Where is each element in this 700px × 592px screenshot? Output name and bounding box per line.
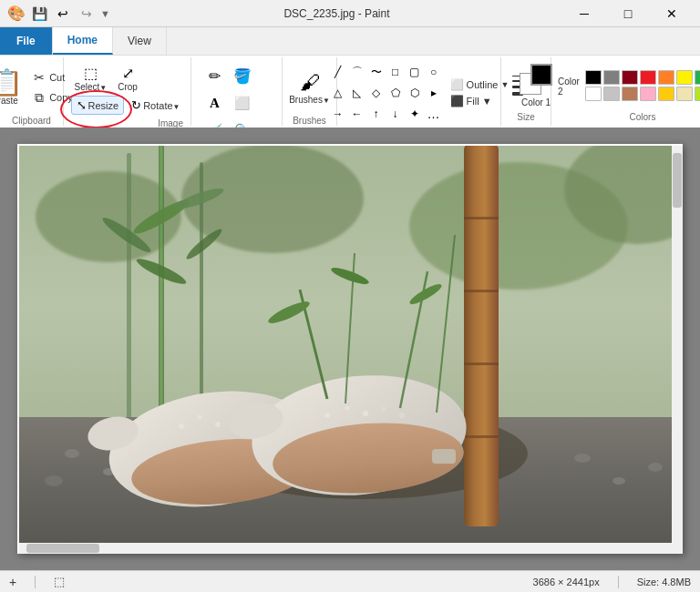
size-group-label: Size bbox=[517, 112, 534, 124]
canvas-area bbox=[0, 128, 700, 570]
svg-rect-59 bbox=[17, 144, 19, 554]
ribbon-tabs: File Home View bbox=[0, 27, 700, 55]
svg-point-43 bbox=[382, 407, 386, 412]
svg-rect-58 bbox=[17, 144, 683, 146]
app-icon: 🎨 bbox=[7, 5, 26, 22]
svg-rect-23 bbox=[464, 217, 499, 219]
svg-point-42 bbox=[363, 411, 368, 416]
svg-point-16 bbox=[45, 475, 63, 486]
shape-ellipse[interactable]: ○ bbox=[423, 63, 445, 81]
redo-quick-btn[interactable]: ↪ bbox=[77, 4, 97, 24]
svg-point-19 bbox=[612, 477, 625, 485]
svg-point-41 bbox=[345, 406, 350, 411]
color2-section: Color 2 bbox=[558, 75, 580, 97]
select-label: Select▼ bbox=[75, 82, 108, 92]
brushes-icon: 🖌 bbox=[300, 71, 320, 95]
color1-box[interactable] bbox=[530, 64, 552, 86]
status-new-icon[interactable]: + bbox=[9, 575, 16, 589]
paint-canvas[interactable] bbox=[17, 144, 683, 554]
svg-point-32 bbox=[215, 422, 221, 427]
crop-icon: ⤢ bbox=[122, 65, 134, 82]
paste-label: Paste bbox=[0, 96, 18, 106]
svg-rect-56 bbox=[17, 543, 672, 554]
svg-rect-46 bbox=[432, 449, 456, 464]
image-group: ⬚ Select▼ ⤢ Crop ⤡ Resize bbox=[64, 57, 191, 126]
resize-button[interactable]: ⤡ Resize bbox=[71, 96, 125, 115]
crop-button[interactable]: ⤢ Crop bbox=[114, 63, 141, 94]
rotate-icon: ↻ bbox=[131, 98, 141, 112]
save-quick-btn[interactable]: 💾 bbox=[29, 4, 49, 24]
palette-row-2 bbox=[585, 87, 700, 101]
svg-point-20 bbox=[648, 463, 663, 472]
color-swatch-16[interactable] bbox=[695, 87, 700, 101]
colors-group: Color 1 Color 2 Colors bbox=[551, 57, 700, 126]
select-icon: ⬚ bbox=[84, 65, 98, 82]
canvas-icon: ⬚ bbox=[54, 575, 65, 588]
crop-label: Crop bbox=[118, 82, 138, 92]
maximize-button[interactable]: □ bbox=[607, 0, 649, 27]
fill-label: Fill ▼ bbox=[467, 96, 492, 107]
color-swatch-6[interactable] bbox=[695, 70, 700, 85]
svg-point-31 bbox=[198, 415, 202, 420]
color-swatch-5[interactable] bbox=[676, 70, 693, 85]
tab-view[interactable]: View bbox=[113, 27, 167, 55]
color-swatch-15[interactable] bbox=[676, 87, 693, 101]
window-controls: ─ □ ✕ bbox=[563, 0, 693, 27]
close-button[interactable]: ✕ bbox=[651, 0, 693, 27]
shape-arrow-scroll[interactable]: ▸ bbox=[423, 84, 445, 102]
ribbon-content: 📋 Paste ✂ Cut ⧉ Copy Clipboard bbox=[0, 55, 700, 128]
svg-rect-5 bbox=[159, 144, 164, 435]
palette-row-1 bbox=[585, 70, 700, 85]
title-bar: 🎨 💾 ↩ ↪ ▼ DSC_2235.jpg - Paint ─ □ ✕ bbox=[0, 0, 700, 27]
svg-rect-25 bbox=[464, 362, 499, 365]
svg-point-18 bbox=[574, 454, 591, 463]
fill-bucket-button[interactable]: 🪣 bbox=[230, 63, 255, 88]
eraser-button[interactable]: ⬜ bbox=[230, 90, 255, 116]
status-size: Size: 4.8MB bbox=[637, 577, 691, 587]
svg-point-14 bbox=[65, 449, 79, 458]
shape-more[interactable]: … bbox=[423, 105, 445, 123]
shapes-group: ╱ ⌒ 〜 □ ▢ ○ △ ◺ ◇ ⬠ ⬡ ▸ bbox=[337, 57, 501, 126]
svg-rect-57 bbox=[26, 544, 99, 553]
status-bar: + ⬚ 3686 × 2441px Size: 4.8MB bbox=[0, 570, 700, 592]
cut-label: Cut bbox=[49, 72, 65, 83]
color-swatch-1[interactable] bbox=[603, 70, 620, 85]
svg-point-44 bbox=[399, 413, 405, 418]
color-swatch-10[interactable] bbox=[585, 87, 602, 101]
undo-quick-btn[interactable]: ↩ bbox=[53, 4, 73, 24]
rotate-button[interactable]: ↻ Rotate▼ bbox=[128, 97, 183, 114]
color-boxes bbox=[520, 64, 552, 95]
select-button[interactable]: ⬚ Select▼ bbox=[71, 63, 111, 94]
file-size-text: Size: 4.8MB bbox=[637, 577, 691, 587]
color-swatch-13[interactable] bbox=[640, 87, 656, 101]
color-swatch-12[interactable] bbox=[622, 87, 638, 101]
svg-rect-55 bbox=[673, 153, 682, 208]
minimize-button[interactable]: ─ bbox=[563, 0, 605, 27]
color-swatch-11[interactable] bbox=[603, 87, 620, 101]
color2-label: Color 2 bbox=[558, 77, 580, 97]
color-palette bbox=[585, 70, 700, 101]
color-swatch-3[interactable] bbox=[640, 70, 656, 85]
svg-rect-24 bbox=[464, 290, 499, 292]
text-button[interactable]: A bbox=[202, 90, 228, 116]
status-divider-2 bbox=[618, 576, 619, 588]
status-left: + bbox=[9, 575, 16, 589]
resize-icon: ⤡ bbox=[77, 98, 87, 112]
pencil-button[interactable]: ✏ bbox=[202, 63, 228, 88]
brushes-group-label: Brushes bbox=[293, 116, 326, 128]
clipboard-group: 📋 Paste ✂ Cut ⧉ Copy Clipboard bbox=[0, 57, 64, 126]
status-dimensions: 3686 × 2441px bbox=[533, 577, 600, 587]
fill-icon: ⬛ bbox=[450, 95, 464, 107]
color-swatch-4[interactable] bbox=[658, 70, 674, 85]
color-swatch-14[interactable] bbox=[658, 87, 674, 101]
status-divider-1 bbox=[35, 576, 36, 588]
dimensions-text: 3686 × 2441px bbox=[533, 577, 600, 587]
window-title: DSC_2235.jpg - Paint bbox=[116, 7, 558, 20]
paste-button[interactable]: 📋 Paste bbox=[0, 63, 26, 112]
color-swatch-0[interactable] bbox=[585, 70, 602, 85]
status-canvas-size: ⬚ bbox=[54, 575, 65, 588]
tools-group: ✏ 🪣 A ⬜ 💉 🔍 Tools bbox=[191, 57, 283, 126]
color-swatch-2[interactable] bbox=[622, 70, 638, 85]
tab-home[interactable]: Home bbox=[53, 27, 113, 55]
tab-file[interactable]: File bbox=[0, 27, 53, 55]
